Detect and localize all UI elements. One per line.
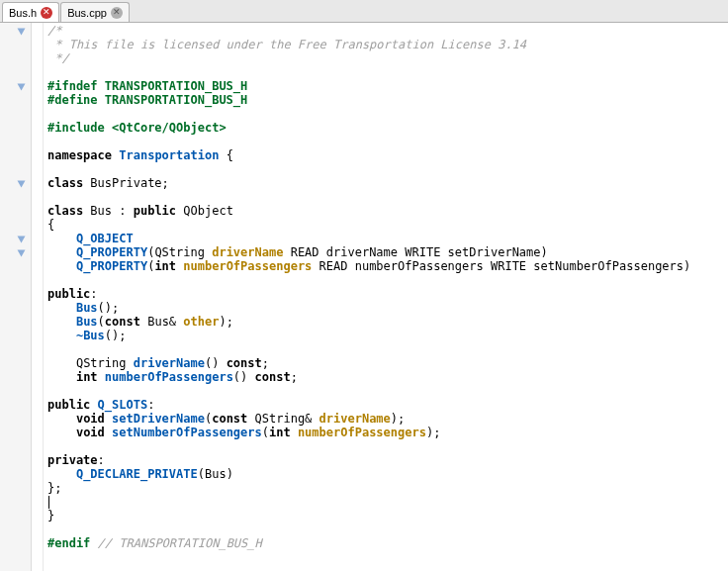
guard: TRANSPORTATION_BUS_H xyxy=(98,93,248,107)
type: int xyxy=(154,259,183,273)
ret-type: QString xyxy=(76,356,134,370)
tab-label: Bus.h xyxy=(9,7,37,19)
change-gutter xyxy=(32,23,44,571)
macro: Q_PROPERTY xyxy=(76,259,147,273)
kw-public: public xyxy=(47,287,90,301)
tab-bus-cpp[interactable]: Bus.cpp ✕ xyxy=(60,2,130,22)
comment: */ xyxy=(47,51,69,65)
semi: ; xyxy=(162,176,169,190)
base: QObject xyxy=(176,204,233,218)
tab-bar: Bus.h ✕ Bus.cpp ✕ xyxy=(0,0,728,23)
type: QString xyxy=(154,245,212,259)
fold-marker-icon[interactable] xyxy=(18,84,26,91)
brace: }; xyxy=(47,481,61,495)
kw-class: class xyxy=(47,204,83,218)
editor-pane: /* * This file is licensed under the Fre… xyxy=(0,23,728,571)
class-name: Bus xyxy=(83,204,119,218)
colon: : xyxy=(119,204,133,218)
preproc: #define xyxy=(47,93,98,107)
prop: numberOfPassengers xyxy=(183,259,312,273)
fold-marker-icon[interactable] xyxy=(18,237,26,243)
code-area[interactable]: /* * This file is licensed under the Fre… xyxy=(44,23,728,571)
close-icon[interactable]: ✕ xyxy=(111,7,123,19)
preproc: #include xyxy=(47,121,105,135)
preproc: #endif xyxy=(47,536,90,550)
kw-public: public xyxy=(134,204,176,218)
macro: Q_SLOTS xyxy=(98,398,148,412)
fold-gutter[interactable] xyxy=(0,23,32,571)
kw-private: private xyxy=(47,453,98,467)
macro: Q_PROPERTY xyxy=(76,245,147,259)
kw-class: class xyxy=(47,176,83,190)
preproc: #ifndef xyxy=(47,79,98,93)
param: numberOfPassengers xyxy=(298,426,426,439)
prop-rest: READ numberOfPassengers WRITE setNumberO… xyxy=(312,259,683,273)
ns-name: Transportation xyxy=(112,148,227,162)
comment: // TRANSPORTATION_BUS_H xyxy=(90,536,261,550)
prop-rest: READ driverName WRITE setDriverName xyxy=(283,245,540,259)
fold-marker-icon[interactable] xyxy=(18,29,26,36)
fold-marker-icon[interactable] xyxy=(18,181,26,188)
guard: TRANSPORTATION_BUS_H xyxy=(98,79,248,93)
close-icon[interactable]: ✕ xyxy=(41,7,52,19)
tab-label: Bus.cpp xyxy=(67,7,107,19)
comment: /* xyxy=(47,24,61,38)
brace: { xyxy=(47,218,54,232)
prop: driverName xyxy=(212,245,283,259)
class-name: BusPrivate xyxy=(83,176,161,190)
func: driverName xyxy=(134,356,205,370)
func: setNumberOfPassengers xyxy=(112,426,262,439)
brace: } xyxy=(47,509,54,523)
func: numberOfPassengers xyxy=(105,370,233,384)
tab-bus-h[interactable]: Bus.h ✕ xyxy=(2,2,59,22)
brace: { xyxy=(227,148,233,162)
dtor: ~Bus xyxy=(76,329,105,342)
comment: * This file is licensed under the Free T… xyxy=(47,38,526,51)
include-path: <QtCore/QObject> xyxy=(105,121,227,135)
kw-namespace: namespace xyxy=(47,148,112,162)
ret-type: int xyxy=(76,370,105,384)
ctor: Bus xyxy=(76,301,98,315)
param: other xyxy=(183,315,219,329)
kw-public: public xyxy=(47,398,90,412)
macro: Q_DECLARE_PRIVATE xyxy=(76,467,198,481)
func: setDriverName xyxy=(112,412,205,426)
text-cursor xyxy=(48,496,49,509)
fold-marker-icon[interactable] xyxy=(18,250,26,257)
param: driverName xyxy=(319,412,391,426)
macro: Q_OBJECT xyxy=(76,232,134,245)
ctor: Bus xyxy=(76,315,98,329)
